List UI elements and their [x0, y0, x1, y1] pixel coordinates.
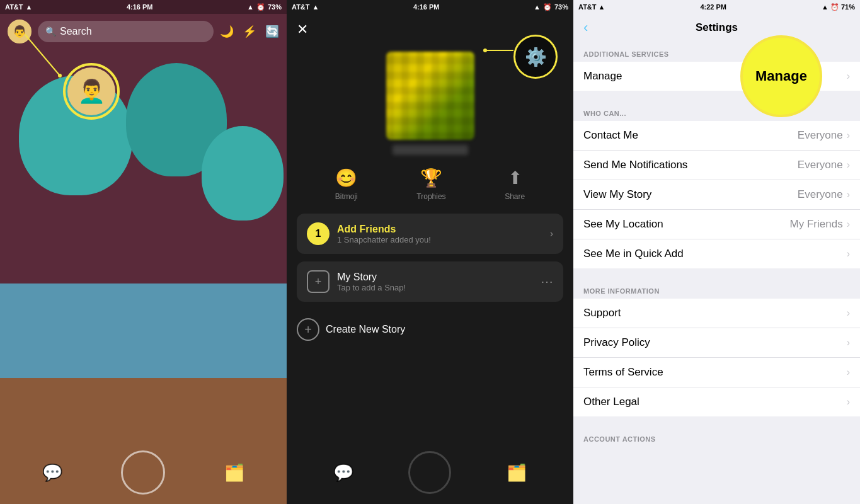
avatar-emoji-large: 👨‍🦱	[77, 78, 106, 105]
see-my-location-value: My Friends	[790, 218, 843, 231]
chat-icon-camera[interactable]: 💬	[42, 463, 62, 483]
view-my-story-label: View My Story	[583, 188, 798, 201]
wifi-icon-profile: ▲	[312, 3, 319, 11]
battery-camera: 73%	[268, 3, 282, 11]
face-swap-icon[interactable]: 🔄	[265, 25, 279, 38]
avatar-emoji-camera: 👨	[13, 25, 26, 38]
avatar-highlight-circle: 👨‍🦱	[63, 63, 120, 120]
view-my-story-row[interactable]: View My Story Everyone ›	[573, 180, 860, 210]
view-my-story-value: Everyone	[798, 188, 843, 201]
gear-circle[interactable]: ⚙️	[513, 35, 558, 79]
gear-icon: ⚙️	[525, 47, 547, 67]
close-button[interactable]: ✕	[297, 21, 308, 38]
carrier-profile: AT&T	[292, 3, 310, 11]
additional-services-group: Manage › Manage	[573, 62, 860, 91]
trophies-label: Trophies	[416, 192, 445, 201]
terms-of-service-row[interactable]: Terms of Service ›	[573, 358, 860, 387]
story-text: My Story Tap to add a Snap!	[337, 272, 533, 292]
bitmoji-button[interactable]: 😊 Bitmoji	[335, 168, 358, 201]
avatar-pixelated-overlay	[386, 52, 474, 140]
settings-title: Settings	[696, 21, 738, 34]
wifi-icon-camera: ▲	[26, 3, 33, 11]
other-legal-chevron: ›	[847, 396, 850, 408]
location-icon-settings: ▲	[822, 3, 828, 11]
see-my-location-label: See My Location	[583, 218, 790, 231]
avatar-inner-large[interactable]: 👨‍🦱	[67, 67, 115, 115]
account-actions-section: ACCOUNT ACTIONS	[573, 427, 860, 447]
additional-services-section: ADDITIONAL SERVICES Manage › Manage	[573, 42, 860, 91]
memories-icon-camera[interactable]: 🗂️	[224, 463, 244, 483]
capture-button-camera[interactable]	[121, 450, 165, 495]
send-notifications-chevron: ›	[847, 159, 850, 171]
story-add-icon: +	[315, 275, 322, 289]
send-notifications-row[interactable]: Send Me Notifications Everyone ›	[573, 151, 860, 180]
my-story-row[interactable]: + My Story Tap to add a Snap! ⋯	[297, 261, 563, 302]
profile-avatar-pixelated	[386, 52, 474, 140]
who-can-header: WHO CAN...	[573, 101, 860, 121]
top-bar-camera: 👨 🔍 Search 🌙 ⚡ 🔄	[0, 14, 287, 49]
contact-me-label: Contact Me	[583, 129, 798, 142]
story-more-icon[interactable]: ⋯	[541, 274, 553, 289]
account-actions-header: ACCOUNT ACTIONS	[573, 427, 860, 447]
view-my-story-chevron: ›	[847, 189, 850, 200]
who-can-section: WHO CAN... Contact Me Everyone › Send Me…	[573, 101, 860, 268]
settings-panel: AT&T ▲ 4:22 PM ▲ ⏰ 71% ‹ Settings ADDITI…	[573, 0, 860, 504]
avatar-small-camera[interactable]: 👨	[8, 20, 32, 43]
status-bar-profile: AT&T ▲ 4:16 PM ▲ ⏰ 73%	[287, 0, 573, 14]
contact-me-row[interactable]: Contact Me Everyone ›	[573, 121, 860, 151]
action-buttons: 😊 Bitmoji 🏆 Trophies ⬆ Share	[287, 155, 573, 214]
bottom-bar-camera: 💬 🗂️	[0, 441, 287, 504]
story-icon: +	[307, 270, 330, 293]
bitmoji-label: Bitmoji	[335, 192, 358, 201]
see-my-location-chevron: ›	[847, 219, 850, 230]
see-my-location-row[interactable]: See My Location My Friends ›	[573, 210, 860, 239]
status-left-profile: AT&T ▲	[292, 3, 319, 11]
search-bar[interactable]: 🔍 Search	[38, 21, 214, 42]
support-row[interactable]: Support ›	[573, 299, 860, 328]
flash-icon[interactable]: ⚡	[243, 25, 256, 38]
memories-icon-profile[interactable]: 🗂️	[507, 463, 527, 483]
share-button[interactable]: ⬆ Share	[505, 168, 525, 201]
status-left-settings: AT&T ▲	[578, 3, 605, 11]
search-label: Search	[60, 26, 92, 37]
bottom-bar-profile: 💬 🗂️	[287, 447, 573, 504]
trophies-button[interactable]: 🏆 Trophies	[416, 168, 445, 201]
carrier-camera: AT&T	[5, 3, 23, 11]
chat-icon-profile[interactable]: 💬	[333, 463, 353, 483]
search-icon: 🔍	[45, 26, 56, 37]
who-can-group: Contact Me Everyone › Send Me Notificati…	[573, 121, 860, 268]
status-right-settings: ▲ ⏰ 71%	[822, 3, 855, 11]
location-icon-camera: ▲	[247, 3, 254, 11]
story-subtitle: Tap to add a Snap!	[337, 283, 533, 292]
time-camera: 4:16 PM	[127, 3, 153, 11]
manage-highlight-circle: Manage	[740, 35, 822, 117]
carrier-settings: AT&T	[578, 3, 597, 11]
add-friends-banner[interactable]: 1 Add Friends 1 Snapchatter added you! ›	[297, 214, 563, 254]
time-settings: 4:22 PM	[700, 3, 726, 11]
add-friends-title: Add Friends	[337, 224, 542, 235]
other-legal-row[interactable]: Other Legal ›	[573, 387, 860, 416]
send-notifications-label: Send Me Notifications	[583, 159, 798, 171]
moon-icon[interactable]: 🌙	[220, 25, 234, 38]
profile-panel: AT&T ▲ 4:16 PM ▲ ⏰ 73% ✕ ⚙️ 😊 Bi	[287, 0, 573, 504]
manage-row[interactable]: Manage › Manage	[573, 62, 860, 91]
username-blurred	[393, 145, 468, 155]
support-label: Support	[583, 307, 847, 319]
terms-of-service-label: Terms of Service	[583, 366, 847, 379]
gear-highlight-container: ⚙️	[513, 35, 558, 79]
pumpkin-decoration-3	[202, 126, 284, 220]
see-me-quick-add-chevron: ›	[847, 248, 850, 260]
share-label: Share	[505, 192, 525, 201]
more-info-header: MORE INFORMATION	[573, 278, 860, 299]
terms-of-service-chevron: ›	[847, 367, 850, 378]
see-me-quick-add-row[interactable]: See Me in Quick Add ›	[573, 239, 860, 268]
time-profile: 4:16 PM	[413, 3, 440, 11]
create-story-label: Create New Story	[326, 324, 405, 335]
alarm-icon-camera: ⏰	[256, 3, 265, 11]
capture-button-profile[interactable]	[408, 451, 451, 494]
trophies-icon: 🏆	[420, 168, 442, 188]
privacy-policy-row[interactable]: Privacy Policy ›	[573, 328, 860, 358]
settings-back-button[interactable]: ‹	[583, 20, 588, 36]
create-story-row[interactable]: + Create New Story	[297, 309, 563, 350]
create-story-icon: +	[297, 318, 319, 341]
